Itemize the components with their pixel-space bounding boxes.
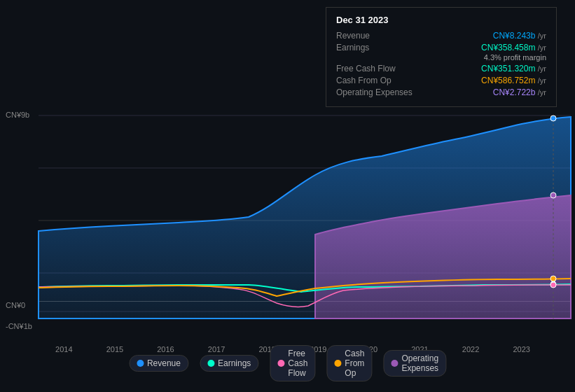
tooltip-row-earnings: Earnings CN¥358.458m /yr <box>336 43 546 52</box>
legend-item-earnings[interactable]: Earnings <box>200 355 258 372</box>
x-label-2023: 2023 <box>513 345 529 354</box>
x-label-2022: 2022 <box>462 345 479 354</box>
legend-item-revenue[interactable]: Revenue <box>129 355 188 372</box>
legend-dot-fcf <box>277 360 284 367</box>
tooltip-label-fcf: Free Cash Flow <box>336 64 420 74</box>
svg-point-10 <box>550 282 556 288</box>
tooltip-label-revenue: Revenue <box>336 31 420 41</box>
tooltip-row-revenue: Revenue CN¥8.243b /yr <box>336 31 546 41</box>
legend-label-revenue: Revenue <box>147 358 181 368</box>
tooltip-value-earnings: CN¥358.458m /yr <box>481 43 546 52</box>
tooltip-row-fcf: Free Cash Flow CN¥351.320m /yr <box>336 64 546 74</box>
legend-dot-cashop <box>334 360 341 367</box>
tooltip-label-earnings: Earnings <box>336 43 420 52</box>
legend-dot-revenue <box>137 360 144 367</box>
legend-item-cashop[interactable]: Cash From Op <box>326 345 372 382</box>
tooltip-value-revenue: CN¥8.243b /yr <box>493 31 546 41</box>
x-label-2015: 2015 <box>106 345 123 354</box>
chart-container: Dec 31 2023 Revenue CN¥8.243b /yr Earnin… <box>0 0 575 392</box>
tooltip-title: Dec 31 2023 <box>336 15 546 25</box>
tooltip-box: Dec 31 2023 Revenue CN¥8.243b /yr Earnin… <box>326 7 557 107</box>
legend-label-fcf: Free Cash Flow <box>288 349 307 378</box>
svg-point-6 <box>550 115 556 121</box>
svg-point-8 <box>550 276 556 281</box>
tooltip-value-cashop: CN¥586.752m /yr <box>481 76 546 85</box>
x-label-2014: 2014 <box>55 345 72 354</box>
legend-dot-opex <box>391 360 398 367</box>
tooltip-value-fcf: CN¥351.320m /yr <box>481 64 546 74</box>
chart-svg <box>0 108 575 332</box>
tooltip-row-cashop: Cash From Op CN¥586.752m /yr <box>336 76 546 85</box>
tooltip-label-cashop: Cash From Op <box>336 76 420 85</box>
legend-dot-earnings <box>207 360 214 367</box>
tooltip-row-opex: Operating Expenses CN¥2.722b /yr <box>336 88 546 97</box>
legend-label-opex: Operating Expenses <box>401 354 438 373</box>
legend: Revenue Earnings Free Cash Flow Cash Fro… <box>129 345 446 382</box>
tooltip-value-opex: CN¥2.722b /yr <box>493 88 546 97</box>
svg-point-7 <box>550 192 556 198</box>
legend-item-opex[interactable]: Operating Expenses <box>383 350 446 377</box>
legend-item-fcf[interactable]: Free Cash Flow <box>270 345 315 382</box>
legend-label-cashop: Cash From Op <box>345 349 364 378</box>
legend-label-earnings: Earnings <box>218 358 251 368</box>
tooltip-label-opex: Operating Expenses <box>336 88 420 97</box>
profit-margin-label: 4.3% profit margin <box>484 53 546 62</box>
profit-margin-row: 4.3% profit margin <box>336 53 546 62</box>
